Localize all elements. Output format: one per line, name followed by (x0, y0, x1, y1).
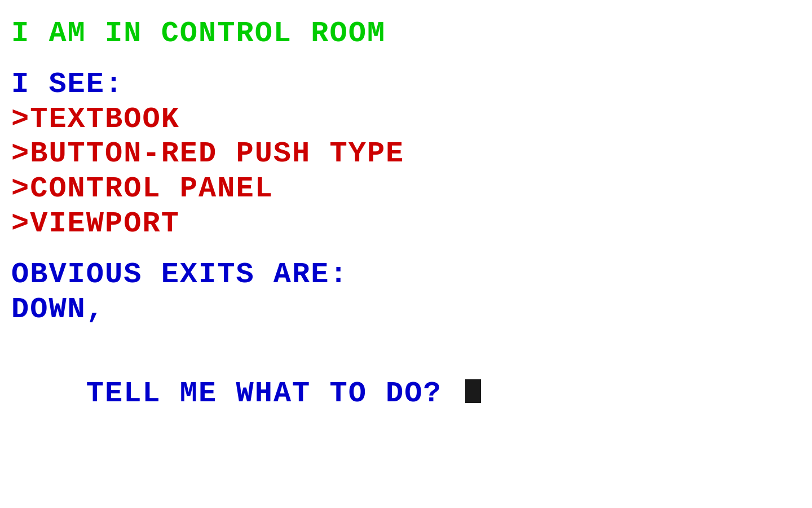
exits-header: OBVIOUS EXITS ARE: (11, 258, 801, 292)
item-4: >VIEWPORT (11, 207, 801, 241)
item-2: >BUTTON-RED PUSH TYPE (11, 137, 801, 171)
item-3: >CONTROL PANEL (11, 172, 801, 206)
see-header: I SEE: (11, 68, 801, 102)
exits-list: DOWN, (11, 293, 801, 327)
game-screen: I AM IN CONTROL ROOM I SEE: >TEXTBOOK >B… (0, 0, 812, 508)
cursor-block (465, 379, 481, 403)
item-1: >TEXTBOOK (11, 103, 801, 137)
location-line: I AM IN CONTROL ROOM (11, 17, 801, 51)
prompt-text: TELL ME WHAT TO DO? (86, 377, 461, 410)
prompt-line[interactable]: TELL ME WHAT TO DO? (11, 343, 801, 444)
